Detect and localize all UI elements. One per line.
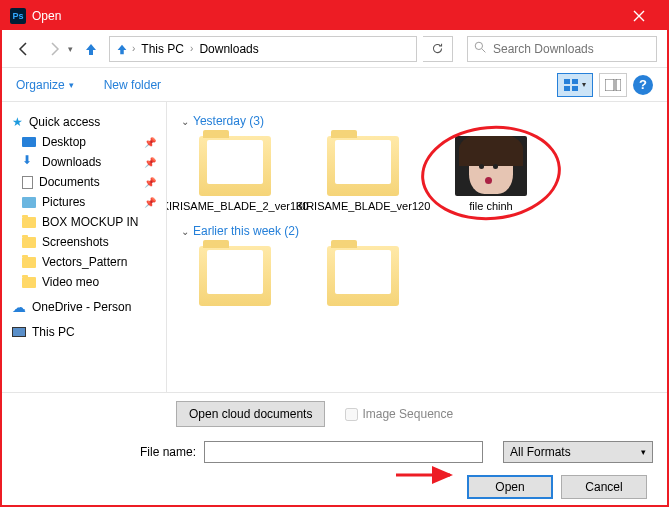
folder-icon xyxy=(22,257,36,268)
folder-icon xyxy=(327,246,399,306)
preview-pane-button[interactable] xyxy=(599,73,627,97)
folder-icon xyxy=(22,277,36,288)
folder-item[interactable]: KIRISAME_BLADE_2_ver130 xyxy=(181,136,289,212)
chevron-down-icon: ⌄ xyxy=(181,226,189,237)
chevron-down-icon: ▾ xyxy=(69,80,74,90)
breadcrumb[interactable]: › This PC › Downloads xyxy=(109,36,417,62)
file-list: ⌄ Yesterday (3) KIRISAME_BLADE_2_ver130 … xyxy=(167,102,667,392)
sidebar: ★ Quick access Desktop📌 Downloads📌 Docum… xyxy=(2,102,167,392)
new-folder-button[interactable]: New folder xyxy=(104,78,161,92)
chevron-down-icon: ⌄ xyxy=(181,116,189,127)
search-box[interactable] xyxy=(467,36,657,62)
search-icon xyxy=(474,41,487,57)
folder-icon xyxy=(199,246,271,306)
sidebar-item-documents[interactable]: Documents📌 xyxy=(2,172,166,192)
image-thumbnail xyxy=(455,136,527,196)
chevron-down-icon: ▾ xyxy=(641,447,646,457)
file-type-combo[interactable]: All Formats ▾ xyxy=(503,441,653,463)
checkbox-input xyxy=(345,408,358,421)
breadcrumb-segment[interactable]: This PC xyxy=(137,40,188,58)
pin-icon: 📌 xyxy=(144,137,160,148)
search-input[interactable] xyxy=(493,42,650,56)
svg-rect-6 xyxy=(616,79,621,91)
title-bar: Ps Open xyxy=(2,2,667,30)
back-button[interactable] xyxy=(12,37,36,61)
history-dropdown-icon[interactable]: ▾ xyxy=(68,44,73,54)
filename-label: File name: xyxy=(140,445,196,459)
sidebar-this-pc[interactable]: This PC xyxy=(2,322,166,342)
help-button[interactable]: ? xyxy=(633,75,653,95)
nav-bar: ▾ › This PC › Downloads xyxy=(2,30,667,68)
svg-point-0 xyxy=(475,42,482,49)
sidebar-onedrive[interactable]: ☁OneDrive - Person xyxy=(2,296,166,318)
desktop-icon xyxy=(22,137,36,147)
open-button[interactable]: Open xyxy=(467,475,553,499)
group-header[interactable]: ⌄ Yesterday (3) xyxy=(181,114,653,128)
download-icon xyxy=(22,156,36,168)
organize-menu[interactable]: Organize ▾ xyxy=(16,78,74,92)
cancel-button[interactable]: Cancel xyxy=(561,475,647,499)
close-button[interactable] xyxy=(619,2,659,30)
file-item-highlighted[interactable]: file chinh xyxy=(437,136,545,212)
sidebar-item-pictures[interactable]: Pictures📌 xyxy=(2,192,166,212)
sidebar-item-downloads[interactable]: Downloads📌 xyxy=(2,152,166,172)
folder-icon xyxy=(22,237,36,248)
svg-rect-1 xyxy=(564,79,570,84)
document-icon xyxy=(22,176,33,189)
app-icon: Ps xyxy=(10,8,26,24)
sidebar-item-folder[interactable]: Video meo xyxy=(2,272,166,292)
sidebar-item-folder[interactable]: BOX MOCKUP IN xyxy=(2,212,166,232)
up-button[interactable] xyxy=(79,37,103,61)
window-title: Open xyxy=(32,9,619,23)
star-icon: ★ xyxy=(12,115,23,129)
chevron-right-icon: › xyxy=(132,43,135,54)
pin-icon: 📌 xyxy=(144,197,160,208)
main-area: ★ Quick access Desktop📌 Downloads📌 Docum… xyxy=(2,102,667,392)
pin-icon: 📌 xyxy=(144,177,160,188)
sidebar-quick-access[interactable]: ★ Quick access xyxy=(2,112,166,132)
cloud-icon: ☁ xyxy=(12,299,26,315)
folder-icon xyxy=(199,136,271,196)
thispc-icon xyxy=(12,327,26,337)
folder-icon xyxy=(327,136,399,196)
forward-button[interactable] xyxy=(42,37,66,61)
breadcrumb-segment[interactable]: Downloads xyxy=(195,40,262,58)
refresh-button[interactable] xyxy=(423,36,453,62)
open-cloud-button[interactable]: Open cloud documents xyxy=(176,401,325,427)
sidebar-item-folder[interactable]: Vectors_Pattern xyxy=(2,252,166,272)
picture-icon xyxy=(22,197,36,208)
group-header[interactable]: ⌄ Earlier this week (2) xyxy=(181,224,653,238)
sidebar-item-desktop[interactable]: Desktop📌 xyxy=(2,132,166,152)
sidebar-item-folder[interactable]: Screenshots xyxy=(2,232,166,252)
svg-rect-4 xyxy=(572,86,578,91)
location-icon xyxy=(114,41,130,57)
chevron-right-icon: › xyxy=(190,43,193,54)
folder-icon xyxy=(22,217,36,228)
pin-icon: 📌 xyxy=(144,157,160,168)
toolbar: Organize ▾ New folder ▾ ? xyxy=(2,68,667,102)
svg-rect-2 xyxy=(572,79,578,84)
view-mode-button[interactable]: ▾ xyxy=(557,73,593,97)
bottom-panel: Open cloud documents Image Sequence File… xyxy=(2,392,667,507)
folder-item[interactable]: KIRISAME_BLADE_ver120 xyxy=(309,136,417,212)
folder-item[interactable] xyxy=(181,246,289,310)
svg-rect-3 xyxy=(564,86,570,91)
image-sequence-checkbox[interactable]: Image Sequence xyxy=(345,407,453,421)
filename-input[interactable] xyxy=(204,441,483,463)
svg-rect-5 xyxy=(605,79,614,91)
chevron-down-icon: ▾ xyxy=(582,80,586,89)
folder-item[interactable] xyxy=(309,246,417,310)
annotation-arrow xyxy=(394,465,458,485)
